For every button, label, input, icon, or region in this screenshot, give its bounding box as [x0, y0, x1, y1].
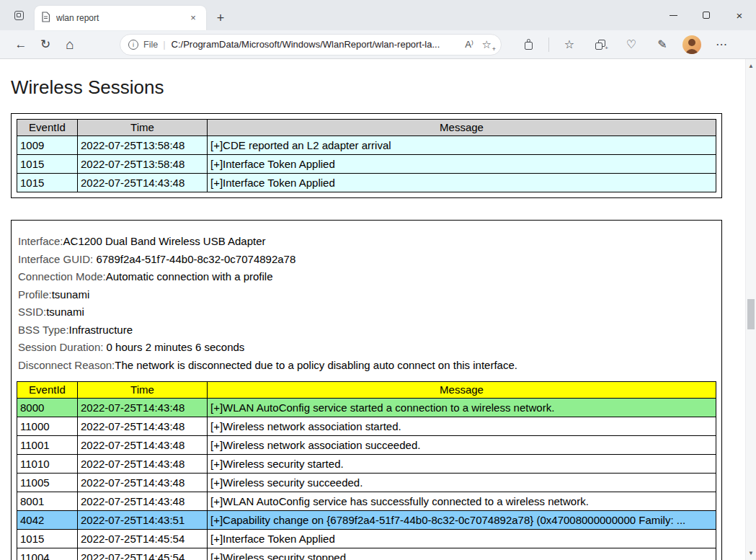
tab-title: wlan report	[56, 13, 187, 23]
eventid-cell: 8000	[17, 399, 78, 417]
vertical-scrollbar[interactable]: ▲ ▼	[745, 59, 756, 560]
tab-strip: wlan report × + ×	[0, 0, 756, 30]
message-cell[interactable]: [+]Capability change on {6789f2a4-51f7-4…	[208, 511, 716, 530]
web-capture-button[interactable]: ✎	[652, 34, 673, 55]
time-cell: 2022-07-25T14:43:51	[78, 511, 208, 530]
eventid-cell: 11010	[17, 455, 78, 474]
eventid-cell: 8001	[17, 492, 78, 511]
eventid-cell: 11004	[17, 548, 78, 560]
message-cell[interactable]: [+]Wireless security succeeded.	[208, 474, 716, 492]
message-cell[interactable]: [+]Wireless network association succeede…	[208, 436, 716, 455]
browser-tab[interactable]: wlan report ×	[35, 6, 206, 30]
browser-essentials-icon: ♡	[626, 37, 636, 51]
table-row: 11010 2022-07-25T14:43:48 [+]Wireless se…	[17, 455, 716, 474]
session-field-connection-mode: Connection Mode:Automatic connection wit…	[18, 268, 715, 286]
field-label: Disconnect Reason:	[18, 359, 115, 371]
table-row: 1009 2022-07-25T13:58:48 [+]CDE reported…	[17, 136, 716, 155]
session-field-ssid: SSID:tsunami	[18, 303, 715, 321]
time-cell: 2022-07-25T14:43:48	[78, 436, 208, 455]
minimize-icon	[670, 15, 677, 16]
field-value: 6789f2a4-51f7-44b0-8c32-0c7074892a78	[96, 253, 295, 265]
message-cell[interactable]: [+]Interface Token Applied	[208, 530, 716, 548]
read-aloud-wave: )	[471, 39, 473, 45]
column-header-time: Time	[78, 382, 208, 399]
avatar-head	[688, 39, 695, 46]
refresh-button[interactable]: ↻	[33, 34, 58, 55]
back-icon: ←	[15, 37, 27, 52]
time-cell: 2022-07-25T14:45:54	[78, 548, 208, 560]
session-field-interface: Interface:AC1200 Dual Band Wireless USB …	[18, 233, 715, 251]
add-favorite-button[interactable]: ☆+	[482, 38, 492, 51]
message-cell[interactable]: [+]Wireless security started.	[208, 455, 716, 474]
tab-actions-button[interactable]	[12, 9, 25, 22]
avatar-body	[685, 49, 698, 54]
favorites-button[interactable]: ☆	[559, 34, 580, 55]
session-events-table: EventId Time Message 8000 2022-07-25T14:…	[17, 381, 716, 560]
column-header-eventid: EventId	[17, 120, 78, 136]
field-label: BSS Type:	[18, 324, 69, 336]
eventid-cell: 11001	[17, 436, 78, 455]
message-cell[interactable]: [+]WLAN AutoConfig service started a con…	[208, 399, 716, 417]
browser-essentials-button[interactable]: ♡	[621, 34, 642, 55]
eventid-cell: 1009	[17, 136, 78, 155]
session-fields: Interface:AC1200 Dual Band Wireless USB …	[18, 233, 715, 374]
table-header-row: EventId Time Message	[17, 382, 716, 399]
field-value: tsunami	[52, 288, 90, 301]
field-label: Profile:	[18, 288, 52, 301]
new-tab-button[interactable]: +	[210, 8, 231, 28]
table-row: 8000 2022-07-25T14:43:48 [+]WLAN AutoCon…	[17, 399, 716, 417]
minimize-button[interactable]	[657, 0, 690, 30]
table-row: 1015 2022-07-25T13:58:48 [+]Interface To…	[17, 155, 716, 174]
browser-window: wlan report × + × ← ↻ ⌂ i File | C:/Prog…	[0, 0, 756, 560]
message-cell[interactable]: [+]Wireless network association started.	[208, 417, 716, 436]
field-label: SSID:	[18, 306, 46, 318]
extensions-button[interactable]	[518, 34, 540, 55]
time-cell: 2022-07-25T14:43:48	[78, 492, 208, 511]
session-field-bss-type: BSS Type:Infrastructure	[18, 321, 715, 339]
address-separator: |	[163, 39, 165, 50]
field-value: tsunami	[46, 306, 84, 318]
column-header-message: Message	[208, 120, 716, 136]
message-cell[interactable]: [+]WLAN AutoConfig service has successfu…	[208, 492, 716, 511]
favorite-plus-icon: +	[492, 45, 496, 53]
message-cell[interactable]: [+]CDE reported an L2 adapter arrival	[208, 136, 716, 155]
sessions-summary-panel: EventId Time Message 1009 2022-07-25T13:…	[11, 113, 722, 198]
page-info-icon[interactable]: i	[128, 40, 138, 50]
tab-close-icon[interactable]: ×	[187, 12, 200, 25]
table-row: 11000 2022-07-25T14:43:48 [+]Wireless ne…	[17, 417, 716, 436]
tab-actions-icon	[14, 11, 24, 20]
scroll-up-icon[interactable]: ▲	[746, 61, 756, 71]
back-button[interactable]: ←	[9, 34, 33, 55]
message-cell[interactable]: [+]Interface Token Applied	[208, 155, 716, 174]
read-aloud-icon[interactable]: A)	[465, 39, 473, 50]
session-field-disconnect-reason: Disconnect Reason:The network is disconn…	[18, 357, 715, 375]
message-cell[interactable]: [+]Interface Token Applied	[208, 174, 716, 192]
column-header-time: Time	[78, 120, 208, 136]
home-button[interactable]: ⌂	[58, 34, 82, 55]
more-icon: ⋯	[716, 37, 727, 51]
scrollbar-thumb[interactable]	[747, 299, 755, 329]
collections-icon: +	[595, 39, 606, 50]
table-row: 8001 2022-07-25T14:43:48 [+]WLAN AutoCon…	[17, 492, 716, 511]
message-cell[interactable]: [+]Wireless security stopped.	[208, 548, 716, 560]
address-bar[interactable]: i File | C:/ProgramData/Microsoft/Window…	[120, 34, 502, 55]
url-scheme-label: File	[143, 40, 158, 50]
refresh-icon: ↻	[40, 37, 50, 52]
table-row: 1015 2022-07-25T14:45:54 [+]Interface To…	[17, 530, 716, 548]
table-header-row: EventId Time Message	[17, 120, 716, 136]
favorite-star-icon: ☆	[482, 38, 492, 50]
scroll-down-icon[interactable]: ▼	[746, 548, 756, 559]
close-button[interactable]: ×	[723, 0, 756, 30]
collections-button[interactable]: +	[590, 34, 611, 55]
page-title: Wireless Sessions	[11, 76, 745, 99]
profile-avatar[interactable]	[682, 35, 701, 54]
time-cell: 2022-07-25T14:43:48	[78, 455, 208, 474]
field-value: Infrastructure	[69, 324, 133, 336]
maximize-button[interactable]	[690, 0, 723, 30]
settings-more-button[interactable]: ⋯	[711, 34, 732, 55]
eventid-cell: 4042	[17, 511, 78, 530]
toolbar-divider	[548, 37, 549, 52]
page-content: Wireless Sessions EventId Time Message 1…	[0, 59, 745, 560]
field-label: Interface:	[18, 235, 63, 247]
session-detail-panel: Interface:AC1200 Dual Band Wireless USB …	[11, 220, 722, 560]
